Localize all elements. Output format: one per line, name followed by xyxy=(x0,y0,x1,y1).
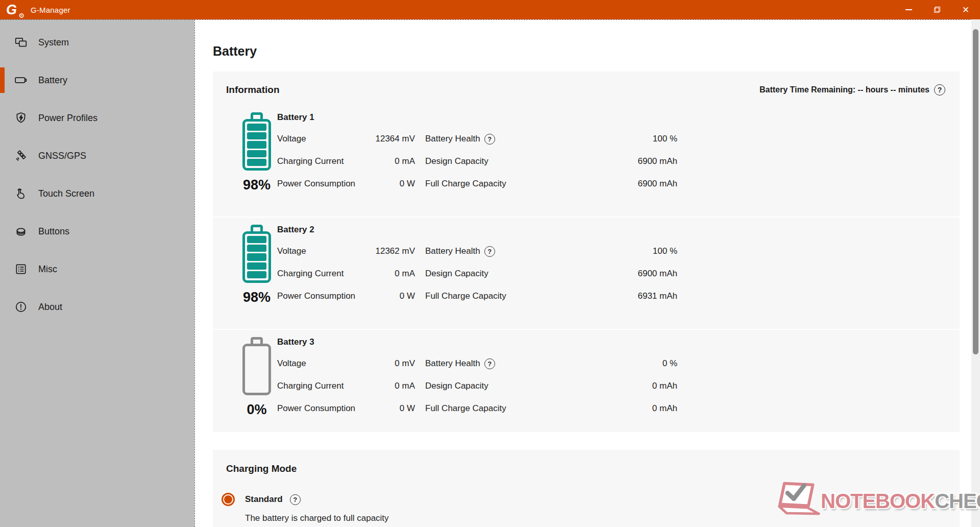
charging-current-label: Charging Current xyxy=(277,269,364,279)
voltage-label: Voltage xyxy=(277,134,364,144)
sidebar-item-power-profiles[interactable]: Power Profiles xyxy=(0,99,194,137)
sidebar-item-touch-screen[interactable]: Touch Screen xyxy=(0,175,194,212)
battery-2-section: 98% Battery 2 Voltage 12362 mV Battery H… xyxy=(213,217,960,329)
information-card: Information Battery Time Remaining: -- h… xyxy=(213,71,960,432)
battery-health-value: 0 % xyxy=(522,358,677,369)
radio-dot xyxy=(224,495,232,504)
buttons-icon xyxy=(14,225,28,238)
full-charge-capacity-value: 6931 mAh xyxy=(522,291,677,301)
help-icon[interactable]: ? xyxy=(934,84,945,95)
restore-icon xyxy=(934,7,940,13)
system-icon xyxy=(14,36,28,49)
minimize-icon xyxy=(905,9,912,10)
battery-name: Battery 2 xyxy=(277,225,960,240)
notebookcheck-watermark: NOTEBOOKCHECK xyxy=(775,479,980,523)
active-indicator xyxy=(0,67,5,93)
design-capacity-label: Design Capacity xyxy=(425,156,522,166)
battery-time-remaining: Battery Time Remaining: -- hours -- minu… xyxy=(760,84,945,95)
charging-current-value: 0 mA xyxy=(364,381,415,391)
close-button[interactable]: ✕ xyxy=(951,0,980,19)
app-title: G-Manager xyxy=(31,6,70,14)
sidebar-item-misc[interactable]: Misc xyxy=(0,250,194,288)
design-capacity-label: Design Capacity xyxy=(425,381,522,391)
battery-charged-icon xyxy=(242,112,271,171)
charging-current-label: Charging Current xyxy=(277,156,364,166)
sidebar-item-label: Buttons xyxy=(38,226,69,237)
watermark-text-primary: NOTEBOOK xyxy=(821,490,935,512)
battery-name: Battery 3 xyxy=(277,337,960,352)
battery-health-value: 100 % xyxy=(522,246,677,256)
sidebar-item-label: About xyxy=(38,302,62,313)
power-consumption-value: 0 W xyxy=(364,291,415,301)
battery-health-help-icon[interactable]: ? xyxy=(484,358,495,369)
voltage-value: 12364 mV xyxy=(364,134,415,144)
close-icon: ✕ xyxy=(962,6,969,14)
sidebar-item-buttons[interactable]: Buttons xyxy=(0,212,194,250)
voltage-value: 0 mV xyxy=(364,358,415,369)
charging-mode-title: Charging Mode xyxy=(226,463,297,474)
battery-health-label: Battery Health xyxy=(425,134,480,144)
watermark-text-secondary: CHECK xyxy=(935,490,980,512)
power-profiles-icon xyxy=(14,111,28,125)
full-charge-capacity-label: Full Charge Capacity xyxy=(425,403,522,414)
gnss-gps-icon xyxy=(14,149,28,162)
battery-percent: 0% xyxy=(240,402,274,418)
titlebar-divider xyxy=(0,19,980,20)
sidebar-item-label: Battery xyxy=(38,75,67,86)
restore-button[interactable] xyxy=(923,0,951,19)
charging-current-value: 0 mA xyxy=(364,269,415,279)
battery-percent: 98% xyxy=(240,290,274,305)
battery-health-value: 100 % xyxy=(522,134,677,144)
design-capacity-value: 6900 mAh xyxy=(522,269,677,279)
battery-empty-icon xyxy=(242,337,271,395)
sidebar-item-about[interactable]: About xyxy=(0,288,194,326)
full-charge-capacity-label: Full Charge Capacity xyxy=(425,179,522,189)
battery-time-remaining-text: Battery Time Remaining: -- hours -- minu… xyxy=(760,85,929,94)
battery-health-label: Battery Health xyxy=(425,246,480,256)
power-consumption-value: 0 W xyxy=(364,179,415,189)
vertical-scrollbar[interactable] xyxy=(971,19,980,527)
app-logo: G ⚙ xyxy=(6,2,23,17)
voltage-label: Voltage xyxy=(277,358,364,369)
charging-mode-option-label[interactable]: Standard xyxy=(245,494,283,505)
sidebar: System Battery Power Profiles GNSS/GPS T… xyxy=(0,19,194,527)
power-consumption-value: 0 W xyxy=(364,403,415,414)
design-capacity-label: Design Capacity xyxy=(425,269,522,279)
design-capacity-value: 0 mAh xyxy=(522,381,677,391)
battery-health-help-icon[interactable]: ? xyxy=(484,134,495,145)
battery-health-help-icon[interactable]: ? xyxy=(484,246,495,257)
full-charge-capacity-value: 0 mAh xyxy=(522,403,677,414)
full-charge-capacity-value: 6900 mAh xyxy=(522,179,677,189)
power-consumption-label: Power Consumption xyxy=(277,179,364,189)
battery-icon xyxy=(14,74,28,87)
page-title: Battery xyxy=(213,44,257,59)
battery-1-section: 98% Battery 1 Voltage 12364 mV Battery H… xyxy=(213,105,960,217)
voltage-label: Voltage xyxy=(277,246,364,256)
design-capacity-value: 6900 mAh xyxy=(522,156,677,166)
logo-gear-icon: ⚙ xyxy=(18,12,24,19)
battery-charged-icon xyxy=(242,225,271,283)
charging-mode-help-icon[interactable]: ? xyxy=(290,494,301,505)
information-card-title: Information xyxy=(226,84,280,95)
sidebar-item-gnss-gps[interactable]: GNSS/GPS xyxy=(0,137,194,175)
radio-button-selected[interactable] xyxy=(222,493,235,506)
window-controls: ✕ xyxy=(894,0,980,19)
sidebar-item-label: System xyxy=(38,37,69,48)
power-consumption-label: Power Consumption xyxy=(277,403,364,414)
sidebar-item-label: GNSS/GPS xyxy=(38,151,86,161)
sidebar-item-label: Power Profiles xyxy=(38,113,97,124)
charging-current-value: 0 mA xyxy=(364,156,415,166)
scrollbar-thumb[interactable] xyxy=(973,29,978,354)
logo-letter: G xyxy=(6,2,17,17)
sidebar-item-label: Touch Screen xyxy=(38,188,94,199)
sidebar-item-battery[interactable]: Battery xyxy=(0,61,194,99)
titlebar: G ⚙ G-Manager ✕ xyxy=(0,0,980,19)
battery-percent: 98% xyxy=(240,177,274,193)
sidebar-item-label: Misc xyxy=(38,264,57,275)
sidebar-item-system[interactable]: System xyxy=(0,23,194,61)
battery-3-section: 0% Battery 3 Voltage 0 mV Battery Health… xyxy=(213,329,960,430)
sidebar-divider xyxy=(194,19,195,527)
minimize-button[interactable] xyxy=(894,0,923,19)
main-content: Battery Information Battery Time Remaini… xyxy=(195,19,980,527)
battery-health-label: Battery Health xyxy=(425,358,480,369)
